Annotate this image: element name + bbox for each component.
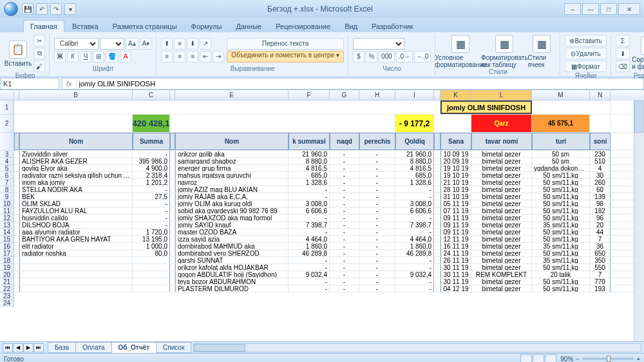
underline-button[interactable]: Ч [80, 51, 91, 62]
ribbon-tab-1[interactable]: Вставка [66, 21, 105, 32]
italic-button[interactable]: К [67, 51, 79, 62]
window-minimize[interactable]: — [582, 3, 599, 15]
copy-button[interactable]: ⧉ [33, 48, 45, 59]
sheet-tab-2[interactable]: Об_Отчёт [111, 342, 156, 353]
qat-undo[interactable]: ↶ [36, 3, 48, 15]
ribbon-tab-2[interactable]: Разметка страницы [106, 21, 184, 32]
ribbon-tab-0[interactable]: Главная [23, 20, 64, 32]
ribbon-tab-7[interactable]: Разработчик [365, 21, 419, 32]
align-right[interactable]: ≡ [187, 51, 198, 62]
row-headers[interactable]: 123456789101112131415161718192021222324 [0, 100, 14, 307]
quick-access-toolbar: 💾 ↶ ↷ ▾ [22, 3, 76, 15]
view-normal[interactable] [520, 354, 532, 362]
wrap-text[interactable]: Перенос текста [227, 38, 344, 50]
shrink-font[interactable]: A▾ [140, 38, 153, 50]
autosum[interactable]: Σ [616, 35, 630, 46]
align-middle[interactable]: ≡ [174, 38, 185, 50]
office-orb[interactable] [4, 2, 18, 16]
font-size-select[interactable]: 12 [100, 38, 124, 50]
delete-cells[interactable]: ⊖ Удалить [565, 48, 606, 59]
merge-center[interactable]: Объединить и поместить в центре ▾ [227, 51, 344, 62]
currency[interactable]: $ [353, 51, 365, 62]
insert-cells[interactable]: ⊕ Вставить [565, 35, 606, 46]
name-box[interactable] [0, 78, 59, 90]
paste-icon: 📋 [9, 41, 27, 59]
ribbon-minimize[interactable]: – [564, 3, 581, 15]
align-bottom[interactable]: ⬇ [187, 38, 198, 50]
font-color[interactable]: A [120, 51, 131, 62]
vertical-scrollbar[interactable] [634, 100, 644, 341]
sheet-tab-0[interactable]: База [48, 342, 76, 353]
ribbon-tab-6[interactable]: Вид [338, 21, 364, 32]
tab-nav-prev[interactable]: ◀ [13, 343, 23, 352]
clear[interactable]: ⌫ [616, 61, 630, 72]
sheet-tabs-bar: ⏮ ◀ ▶ ⏭ БазаОплатаОб_ОтчётСписок [0, 341, 644, 353]
dropdown-cell[interactable]: jomiy OLIM SINIFDOSH▾ [440, 100, 532, 114]
number-format[interactable] [353, 38, 404, 50]
status-ready: Готово [4, 356, 24, 363]
qat-redo[interactable]: ↷ [50, 3, 62, 15]
qat-save[interactable]: 💾 [22, 3, 33, 15]
column-headers[interactable]: BCEFGHIKLMN [0, 90, 644, 100]
percent[interactable]: % [366, 51, 377, 62]
fill-color[interactable]: 🪣 [106, 51, 118, 62]
bold-button[interactable]: Ж [54, 51, 66, 62]
sheet-tab-1[interactable]: Оплата [75, 342, 111, 353]
orientation[interactable]: ↗ [200, 38, 211, 50]
tab-nav-next[interactable]: ▶ [23, 343, 33, 352]
align-center[interactable]: ≡ [174, 51, 185, 62]
formula-bar[interactable] [77, 79, 643, 89]
fx-icon[interactable]: fx [62, 80, 77, 88]
status-bar: Готово 90% − + [0, 353, 644, 362]
dec-decimal[interactable]: ←.0 [414, 51, 431, 62]
window-close[interactable]: ✕ [618, 3, 640, 15]
window-title: Бегзод +.xlsx - Microsoft Excel [76, 5, 564, 14]
zoom-level[interactable]: 90% [560, 356, 573, 363]
cond-format[interactable]: ▦Условное форматирование [440, 35, 481, 68]
format-table[interactable]: ▦Форматировать как таблицу [484, 35, 525, 68]
cut-button[interactable]: ✂ [33, 35, 45, 46]
grow-font[interactable]: A▴ [126, 38, 138, 50]
cell-styles[interactable]: ▦Стили ячеек [527, 35, 556, 68]
paste-button[interactable]: 📋 Вставить [5, 41, 31, 67]
font-name-select[interactable]: Calibri [54, 38, 99, 50]
window-maximize[interactable]: □ [600, 3, 617, 15]
border-button[interactable]: ⊞ [93, 51, 104, 62]
format-cells[interactable]: ▦ Формат [565, 61, 606, 72]
spreadsheet-grid[interactable]: jomiy OLIM SINIFDOSH▾420 428,1- 9 177,2Q… [14, 100, 644, 341]
tab-nav-first[interactable]: ⏮ [3, 343, 13, 352]
sheet-area: BCEFGHIKLMN 1234567891011121314151617181… [0, 90, 644, 341]
view-layout[interactable] [533, 354, 544, 362]
sheet-tab-3[interactable]: Список [156, 342, 191, 353]
ribbon-tabs: ГлавнаяВставкаРазметка страницыФормулыДа… [0, 18, 644, 32]
zoom-slider[interactable] [582, 357, 634, 360]
format-painter[interactable]: 🖌 [33, 61, 45, 72]
qat-more[interactable]: ▾ [64, 3, 76, 15]
inc-decimal[interactable]: .0→ [396, 51, 413, 62]
ribbon: 📋 Вставить ✂ ⧉ 🖌 Буфер обмена Calibri 12… [0, 32, 644, 77]
indent-inc[interactable]: ⇥ [213, 51, 224, 62]
zoom-in[interactable]: + [636, 356, 640, 363]
indent-dec[interactable]: ⇤ [200, 51, 211, 62]
ribbon-tab-5[interactable]: Рецензирование [269, 21, 337, 32]
tab-nav-last[interactable]: ⏭ [33, 343, 44, 352]
ribbon-tab-4[interactable]: Данные [229, 21, 268, 32]
ribbon-tab-3[interactable]: Формулы [185, 21, 229, 32]
fill[interactable]: ⬇ [616, 48, 630, 59]
view-pagebreak[interactable] [545, 354, 556, 362]
comma[interactable]: 000 [379, 51, 395, 62]
horizontal-scrollbar[interactable] [193, 343, 641, 352]
formula-bar-row: fx [0, 77, 644, 90]
title-bar: 💾 ↶ ↷ ▾ Бегзод +.xlsx - Microsoft Excel … [0, 0, 644, 18]
sort-filter[interactable]: ⇵Сортировка и фильтр [632, 37, 644, 70]
zoom-out[interactable]: − [576, 356, 580, 363]
align-left[interactable]: ≡ [161, 51, 173, 62]
align-top[interactable]: ⬆ [161, 38, 173, 50]
